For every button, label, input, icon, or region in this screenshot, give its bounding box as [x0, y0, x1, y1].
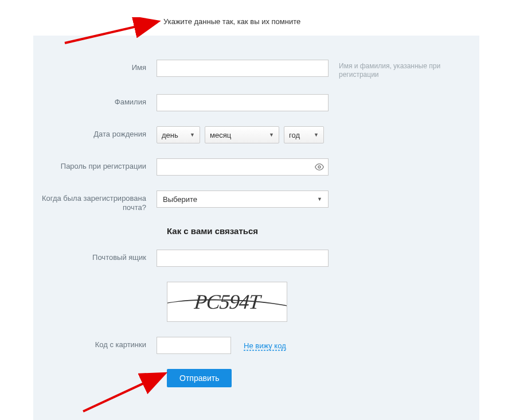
- when-registered-select-label: Выберите: [163, 195, 197, 204]
- row-name: Имя Имя и фамилия, указанные при регистр…: [33, 60, 479, 79]
- mailbox-input[interactable]: [157, 250, 329, 267]
- name-input[interactable]: [157, 60, 329, 77]
- submit-button[interactable]: Отправить: [167, 369, 232, 387]
- when-registered-select[interactable]: Выберите ▼: [157, 190, 329, 208]
- label-name: Имя: [33, 60, 157, 72]
- password-input[interactable]: [157, 158, 329, 176]
- label-password: Пароль при регистрации: [33, 158, 157, 171]
- row-dob: Дата рождения день ▼ месяц ▼ год ▼: [33, 126, 479, 143]
- form-panel: Имя Имя и фамилия, указанные при регистр…: [33, 36, 479, 420]
- captcha-noise-line: [167, 297, 287, 322]
- row-password: Пароль при регистрации: [33, 158, 479, 176]
- label-when-registered: Когда была зарегистрирована почта?: [33, 190, 157, 212]
- caret-down-icon: ▼: [314, 132, 319, 138]
- row-surname: Фамилия: [33, 94, 479, 111]
- caret-down-icon: ▼: [269, 132, 274, 138]
- surname-input[interactable]: [157, 94, 329, 111]
- month-select-label: месяц: [210, 131, 231, 139]
- captcha-input[interactable]: [157, 337, 231, 354]
- year-select[interactable]: год ▼: [284, 126, 324, 143]
- caret-down-icon: ▼: [317, 196, 322, 202]
- label-captcha: Код с картинки: [33, 337, 157, 349]
- svg-point-0: [318, 166, 321, 168]
- row-mailbox: Почтовый ящик: [33, 250, 479, 267]
- eye-icon[interactable]: [315, 162, 324, 172]
- label-mailbox: Почтовый ящик: [33, 250, 157, 262]
- day-select[interactable]: день ▼: [157, 126, 200, 143]
- day-select-label: день: [162, 131, 178, 139]
- caret-down-icon: ▼: [190, 132, 195, 138]
- month-select[interactable]: месяц ▼: [205, 126, 279, 143]
- contact-heading: Как с вами связаться: [167, 226, 479, 236]
- captcha-refresh-link[interactable]: Не вижу код: [244, 341, 286, 350]
- row-captcha: Код с картинки Не вижу код: [33, 337, 479, 354]
- hint-name: Имя и фамилия, указанные при регистрации: [329, 60, 443, 79]
- row-submit: Отправить: [167, 369, 479, 387]
- instruction-text: Укажите данные так, как вы их помните: [163, 17, 300, 26]
- label-surname: Фамилия: [33, 94, 157, 107]
- year-select-label: год: [289, 131, 300, 139]
- captcha-image: PC594T: [167, 282, 287, 322]
- label-dob: Дата рождения: [33, 126, 157, 139]
- row-when-registered: Когда была зарегистрирована почта? Выбер…: [33, 190, 479, 212]
